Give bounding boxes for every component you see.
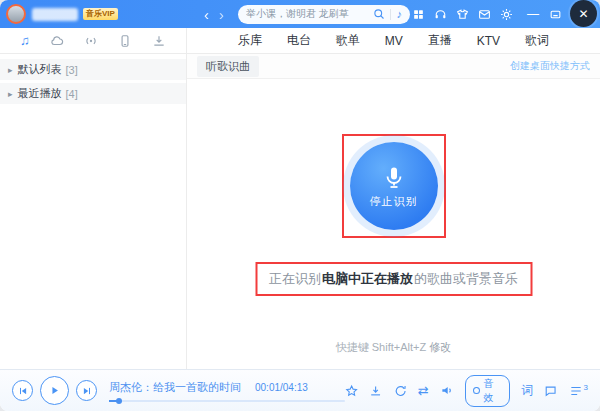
apps-grid-icon[interactable] [412,8,425,21]
search-input[interactable]: 举小课，谢明君 龙刷草 [246,7,374,21]
progress-knob[interactable] [116,398,122,404]
download-song-icon[interactable] [369,384,382,398]
music-app-window: 音乐VIP ‹ › 举小课，谢明君 龙刷草 ♪ — ✕ ♫ [0,0,600,411]
play-queue-count: 3 [584,383,588,392]
back-button[interactable]: ‹ [204,7,209,22]
window-buttons: — [527,8,562,21]
player-bar: 周杰伦：给我一首歌的时间 00:01/04:13 ⇄ 音效 词 3 [0,369,600,411]
main-nav: 乐库 电台 歌单 MV 直播 KTV 歌词 [187,28,600,53]
playlist-label: 最近播放 [18,86,62,101]
player-icon-group: ⇄ 音效 词 3 [345,375,588,407]
message-icon[interactable] [478,8,491,21]
main-area: ▸ 默认列表 [3] ▸ 最近播放 [4] 听歌识曲 创建桌面快捷方式 停止识别 [0,54,600,369]
tab-mv[interactable]: MV [385,34,403,48]
progress-bar[interactable] [109,400,345,402]
playlist-count: [4] [66,88,78,100]
close-icon: ✕ [578,7,588,21]
lyrics-button[interactable]: 词 [521,382,533,399]
sidebar-item-recently-played[interactable]: ▸ 最近播放 [4] [0,83,186,104]
close-button[interactable]: ✕ [570,0,597,27]
play-queue-icon [569,384,583,398]
sidebar-tab-icons: ♫ [0,28,187,53]
search-icon[interactable] [373,8,385,20]
tab-lyrics[interactable]: 歌词 [525,32,549,49]
cloud-music-icon[interactable] [50,34,64,48]
music-list-tab-icon[interactable]: ♫ [20,34,30,47]
sidebar: ▸ 默认列表 [3] ▸ 最近播放 [4] [0,54,187,369]
microphone-icon [382,164,406,191]
status-text-highlight: 电脑中正在播放 [322,271,413,286]
tab-playlists[interactable]: 歌单 [336,32,360,49]
radio-icon[interactable] [84,34,98,48]
hotkey-hint: 快捷键 Shift+Alt+Z 修改 [336,340,452,355]
title-bar: 音乐VIP ‹ › 举小课，谢明君 龙刷草 ♪ — ✕ [0,0,600,28]
headset-service-icon[interactable] [434,8,447,21]
expand-caret-icon[interactable]: ▸ [8,89,13,99]
stop-recognition-label: 停止识别 [370,194,418,209]
next-icon [82,386,92,396]
tab-radio[interactable]: 电台 [287,32,311,49]
settings-gear-icon[interactable] [500,8,513,21]
user-avatar[interactable] [6,4,26,24]
play-icon [49,385,60,396]
expand-caret-icon[interactable]: ▸ [8,65,13,75]
status-text-pre: 正在识别 [269,271,321,286]
username-blurred[interactable] [32,8,78,21]
hotkey-label: 快捷键 Shift+Alt+Z [336,341,426,353]
device-phone-icon[interactable] [118,34,132,48]
status-text-post: 的歌曲或背景音乐 [414,271,518,286]
share-refresh-icon[interactable] [394,384,407,398]
mini-mode-button[interactable] [549,8,562,21]
playback-time: 00:01/04:13 [255,382,308,393]
hotkey-edit-link[interactable]: 修改 [429,341,451,353]
tab-live[interactable]: 直播 [428,32,452,49]
playlist-label: 默认列表 [18,62,62,77]
previous-icon [18,386,28,396]
play-order-icon[interactable]: ⇄ [418,384,429,397]
play-button[interactable] [40,376,69,405]
topbar-icon-group [412,8,513,21]
comment-icon[interactable] [544,384,557,398]
create-desktop-shortcut-link[interactable]: 创建桌面快捷方式 [510,59,590,73]
now-playing: 周杰伦：给我一首歌的时间 00:01/04:13 [109,380,345,402]
annotation-box-status: 正在识别电脑中正在播放的歌曲或背景音乐 [255,262,532,296]
sound-effect-label: 音效 [484,377,503,405]
content-header: 听歌识曲 创建桌面快捷方式 [187,54,600,79]
sound-effect-icon [473,387,480,394]
search-divider [390,9,391,20]
volume-icon[interactable] [440,383,454,398]
tab-music-library[interactable]: 乐库 [238,32,262,49]
recognition-panel: 听歌识曲 创建桌面快捷方式 停止识别 正在识别电脑中正在播放的歌曲或背景音乐 快… [187,54,600,369]
secondary-bar: ♫ 乐库 电台 歌单 MV 直播 KTV 歌词 [0,28,600,54]
skin-theme-icon[interactable] [456,8,469,21]
favorite-star-icon[interactable] [345,384,358,398]
forward-button[interactable]: › [219,7,224,22]
tab-ktv[interactable]: KTV [477,34,500,48]
playlist-count: [3] [66,64,78,76]
sound-effect-button[interactable]: 音效 [465,375,510,407]
sidebar-item-default-list[interactable]: ▸ 默认列表 [3] [0,59,186,80]
vip-badge[interactable]: 音乐VIP [83,8,118,20]
previous-track-button[interactable] [12,380,33,401]
minimize-button[interactable]: — [527,8,539,20]
stop-recognition-button[interactable]: 停止识别 [350,142,438,230]
song-title[interactable]: 周杰伦：给我一首歌的时间 [109,380,241,395]
play-queue-button[interactable]: 3 [569,384,588,398]
tab-listen-recognize[interactable]: 听歌识曲 [197,56,259,77]
identify-music-icon[interactable]: ♪ [396,9,402,20]
annotation-box-mic: 停止识别 [342,134,446,238]
search-box[interactable]: 举小课，谢明君 龙刷草 ♪ [238,5,410,24]
next-track-button[interactable] [76,380,97,401]
download-manager-icon[interactable] [152,34,166,48]
